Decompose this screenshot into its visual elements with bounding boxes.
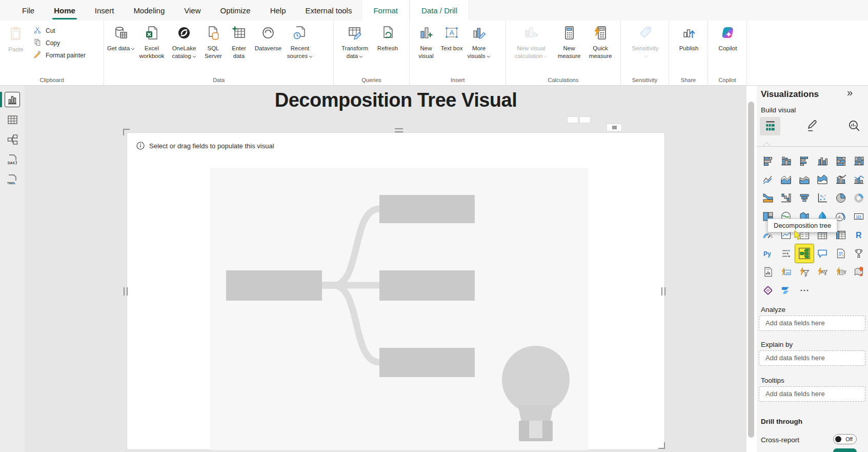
copilot-button[interactable]: Copilot — [712, 24, 744, 52]
visual-python-visual-icon[interactable]: Py — [759, 244, 777, 263]
visual-hundred-stacked-area-chart-icon[interactable] — [814, 170, 832, 189]
group-label-queries: Queries — [334, 77, 409, 83]
menu-view[interactable]: View — [174, 0, 210, 21]
new-visual-calculation-button[interactable]: fxNew visual calculation — [509, 24, 554, 60]
enter-data-button[interactable]: Enter data — [227, 24, 251, 60]
tab-format-visual[interactable] — [801, 117, 822, 135]
keep-filters-toggle[interactable] — [833, 448, 857, 452]
resize-handle-right-middle[interactable] — [661, 287, 665, 296]
visual-stacked-area-chart-icon[interactable] — [795, 170, 814, 189]
visual-line-stacked-column-chart-icon[interactable] — [832, 170, 850, 189]
dax-query-view-button[interactable]: DAX — [0, 152, 25, 167]
visual-power-automate-icon[interactable] — [777, 281, 796, 300]
text-box-button[interactable]: AText box — [440, 24, 463, 52]
visual-donut-chart-icon[interactable] — [850, 189, 868, 207]
visual-power-apps-icon[interactable] — [759, 281, 777, 300]
visual-button-slicer-icon[interactable] — [832, 263, 850, 281]
canvas-scrollbar-thumb[interactable] — [748, 102, 754, 438]
svg-text:123: 123 — [785, 271, 790, 274]
visual-header-button[interactable] — [579, 116, 591, 123]
visual-paginated-report-icon[interactable] — [759, 263, 777, 281]
visual-new-card-icon[interactable]: 123 — [777, 263, 796, 281]
menu-insert[interactable]: Insert — [85, 0, 124, 21]
new-visual-button[interactable]: New visual — [412, 24, 440, 60]
menu-modeling[interactable]: Modeling — [124, 0, 174, 21]
visual-pie-chart-icon[interactable] — [832, 189, 850, 207]
recent-sources-button[interactable]: Recent sources — [285, 24, 315, 60]
visual-get-more-visuals-icon[interactable] — [795, 281, 814, 300]
transform-data-button[interactable]: Transform data — [336, 24, 373, 60]
sensitivity-tag-icon — [638, 25, 653, 43]
visual-q-and-a-icon[interactable] — [814, 244, 832, 263]
table-view-button[interactable] — [0, 112, 25, 127]
visual-text-slicer-icon[interactable]: A — [814, 263, 832, 281]
visual-area-chart-icon[interactable] — [777, 170, 796, 189]
visual-slicer-icon[interactable] — [777, 244, 796, 263]
model-view-button[interactable] — [0, 132, 25, 147]
explain-by-field-well[interactable]: Add data fields here — [759, 350, 865, 366]
visual-stacked-bar-chart-icon[interactable] — [759, 152, 777, 170]
clock-page-icon — [292, 25, 308, 43]
resize-handle-top-center[interactable] — [395, 128, 403, 132]
format-painter-button[interactable]: Format painter — [33, 50, 86, 61]
sensitivity-button[interactable]: Sensitivity — [624, 24, 667, 60]
get-data-button[interactable]: Get data — [107, 24, 135, 52]
menu-data-drill[interactable]: Data / Drill — [410, 0, 469, 21]
visual-card-icon[interactable]: 123 — [850, 207, 868, 226]
visual-clustered-column-chart-icon[interactable] — [814, 152, 832, 170]
cut-button[interactable]: Cut — [33, 26, 86, 36]
resize-handle-bottom-right[interactable] — [658, 442, 665, 449]
visual-smart-narrative-icon[interactable] — [832, 244, 850, 263]
quick-measure-button[interactable]: Quick measure — [584, 24, 616, 60]
visual-funnel-chart-icon[interactable] — [795, 189, 814, 207]
visual-arcgis-map-icon[interactable] — [850, 263, 868, 281]
decomposition-tree-tooltip: Decomposition tree — [768, 219, 837, 232]
onelake-icon — [176, 25, 192, 43]
tab-analytics[interactable] — [843, 117, 864, 135]
menu-help[interactable]: Help — [260, 0, 296, 21]
report-view-button[interactable] — [0, 92, 25, 107]
visual-header-button[interactable] — [567, 116, 578, 123]
menu-format[interactable]: Format — [361, 0, 410, 21]
visual-header-button[interactable] — [607, 124, 622, 131]
svg-text:TMDL: TMDL — [7, 182, 16, 185]
menu-optimize[interactable]: Optimize — [211, 0, 260, 21]
resize-handle-left-middle[interactable] — [124, 287, 128, 296]
excel-workbook-button[interactable]: Excel workbook — [135, 24, 168, 60]
new-measure-button[interactable]: New measure — [554, 24, 584, 60]
tab-build-visual[interactable] — [760, 117, 780, 135]
tmdl-view-button[interactable]: TMDL — [0, 172, 25, 187]
paste-button[interactable]: Paste — [4, 25, 28, 63]
cross-report-toggle[interactable]: Off — [833, 434, 857, 444]
resize-handle-top-left[interactable] — [123, 129, 130, 135]
visual-line-clustered-column-chart-icon[interactable] — [850, 170, 868, 189]
dataverse-button[interactable]: Dataverse — [251, 24, 285, 52]
publish-button[interactable]: Publish — [673, 24, 705, 52]
menu-external-tools[interactable]: External tools — [296, 0, 362, 21]
visual-stacked-column-chart-icon[interactable] — [777, 152, 796, 170]
visual-decomposition-tree-icon[interactable] — [795, 244, 814, 263]
visual-line-chart-icon[interactable] — [759, 170, 777, 189]
info-icon — [136, 142, 145, 150]
visual-scatter-chart-icon[interactable] — [814, 189, 832, 207]
visual-clustered-bar-chart-icon[interactable] — [795, 152, 814, 170]
analyze-field-well[interactable]: Add data fields here — [759, 316, 865, 331]
dataverse-icon — [260, 25, 276, 43]
visual-new-slicer-icon[interactable] — [795, 263, 814, 281]
visual-metrics-icon[interactable] — [850, 244, 868, 263]
sql-server-button[interactable]: SQL Server — [200, 24, 227, 60]
visual-waterfall-chart-icon[interactable] — [777, 189, 796, 207]
visualizations-pane-title: Visualizations — [761, 89, 819, 100]
menu-file[interactable]: File — [12, 0, 44, 21]
visual-r-script-visual-icon[interactable]: R — [850, 226, 868, 244]
refresh-button[interactable]: Refresh — [373, 24, 402, 52]
tooltips-field-well[interactable]: Add data fields here — [759, 386, 865, 402]
more-visuals-button[interactable]: More visuals — [463, 24, 494, 60]
visual-hundred-stacked-column-chart-icon[interactable] — [850, 152, 868, 170]
menu-home[interactable]: Home — [44, 0, 85, 21]
collapse-pane-icon[interactable]: » — [847, 87, 853, 99]
visual-hundred-stacked-bar-chart-icon[interactable] — [832, 152, 850, 170]
copy-button[interactable]: Copy — [33, 38, 86, 48]
onelake-catalog-button[interactable]: OneLake catalog — [168, 24, 200, 60]
visual-ribbon-chart-icon[interactable] — [759, 189, 777, 207]
